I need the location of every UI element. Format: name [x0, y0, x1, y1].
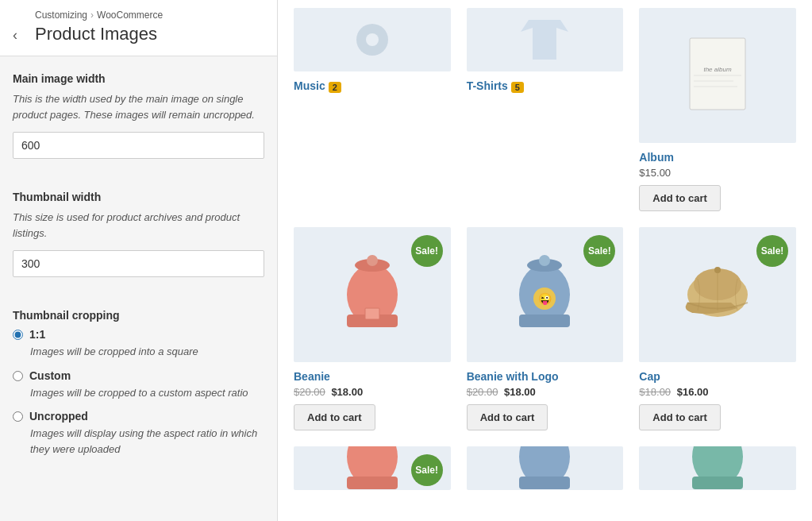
tshirts-name[interactable]: T-Shirts [467, 79, 508, 92]
crop-custom-desc: Images will be cropped to a custom aspec… [30, 385, 264, 401]
product-image-cap: Sale! [639, 227, 796, 362]
beanie-logo-sale-badge: Sale! [583, 235, 615, 267]
add-to-cart-cap-button[interactable]: Add to cart [639, 404, 721, 430]
product-image-hoodie [467, 446, 624, 490]
product-image-tshirts [467, 8, 624, 71]
thumbnail-width-desc: This size is used for product archives a… [13, 210, 264, 241]
main-image-width-label: Main image width [13, 72, 264, 85]
crop-uncropped-desc: Images will display using the aspect rat… [30, 426, 264, 457]
beanie-logo-price-new: $18.00 [504, 386, 536, 398]
tshirt2-svg [682, 446, 753, 490]
beanie-logo-name[interactable]: Beanie with Logo [467, 370, 624, 383]
cap-price-new: $16.00 [677, 386, 709, 398]
back-button[interactable]: ‹ [10, 24, 21, 47]
music-name-row: Music 2 [294, 79, 451, 95]
breadcrumb-separator: › [90, 10, 94, 21]
hoodie-svg [509, 446, 580, 490]
product-image-beanie: Sale! [294, 227, 451, 362]
page-title: Product Images [35, 24, 264, 44]
product-card-hoodie [467, 446, 624, 498]
product-card-cap: Sale! [639, 227, 796, 430]
product-image-album: the album [639, 8, 796, 143]
crop-uncropped-radio[interactable] [13, 411, 23, 422]
beanie-price-new: $18.00 [331, 386, 363, 398]
album-name[interactable]: Album [639, 151, 796, 164]
album-image-svg: the album [682, 32, 753, 119]
product-grid: Music 2 T-Shirts 5 [294, 0, 796, 498]
cap-sale-badge: Sale! [756, 235, 788, 267]
cap-price: $18.00 $16.00 [639, 386, 796, 398]
product-image-beanie-logo: Sale! 😜 [467, 227, 624, 362]
beanie-name[interactable]: Beanie [294, 370, 451, 383]
svg-point-23 [539, 255, 550, 266]
svg-rect-19 [519, 315, 570, 327]
thumbnail-cropping-section: Thumbnail cropping 1:1 Images will be cr… [13, 309, 264, 457]
beanie-svg [337, 251, 408, 338]
thumbnail-width-input[interactable] [13, 250, 264, 277]
music-count-badge: 2 [329, 82, 341, 93]
beanie-price: $20.00 $18.00 [294, 386, 451, 398]
product-card-beanie2: Sale! [294, 446, 451, 498]
thumbnail-cropping-label: Thumbnail cropping [13, 309, 264, 322]
crop-1-1-item: 1:1 [13, 328, 264, 341]
tshirts-name-row: T-Shirts 5 [467, 79, 624, 95]
breadcrumb-part2: WooCommerce [97, 10, 163, 21]
product-card-music: Music 2 [294, 8, 451, 211]
crop-custom-radio[interactable] [13, 371, 23, 381]
cap-name[interactable]: Cap [639, 370, 796, 383]
cap-price-old: $18.00 [639, 386, 671, 398]
tshirts-image-svg [513, 12, 576, 68]
product-image-beanie2: Sale! [294, 446, 451, 490]
svg-text:😜: 😜 [538, 292, 552, 306]
crop-custom-item: Custom [13, 369, 264, 382]
svg-point-16 [367, 255, 378, 266]
breadcrumb-part1: Customizing [35, 10, 87, 21]
crop-1-1-radio[interactable] [13, 330, 23, 340]
main-image-width-section: Main image width This is the width used … [13, 72, 264, 175]
main-image-width-desc: This is the width used by the main image… [13, 91, 264, 122]
crop-uncropped-label[interactable]: Uncropped [29, 410, 88, 423]
tshirts-count-badge: 5 [511, 82, 524, 93]
product-card-album: the album Album $15.00 Add to cart [639, 8, 796, 211]
product-card-beanie-logo: Sale! 😜 Beanie with Logo [467, 227, 624, 430]
beanie-logo-svg: 😜 [509, 251, 580, 338]
main-image-width-input[interactable] [13, 132, 264, 159]
main-content: Music 2 T-Shirts 5 [278, 0, 812, 521]
product-card-beanie: Sale! Beanie $20.00 [294, 227, 451, 430]
svg-rect-14 [365, 308, 379, 319]
svg-rect-31 [519, 477, 570, 489]
thumbnail-width-label: Thumbnail width [13, 191, 264, 203]
beanie-logo-price: $20.00 $18.00 [467, 386, 624, 398]
add-to-cart-album-button[interactable]: Add to cart [639, 185, 721, 211]
svg-rect-33 [692, 477, 743, 489]
crop-1-1-desc: Images will be cropped into a square [30, 344, 264, 360]
album-price-value: $15.00 [639, 167, 671, 179]
back-icon: ‹ [13, 27, 17, 43]
music-image-svg [341, 12, 404, 68]
beanie-logo-price-old: $20.00 [467, 386, 498, 398]
beanie-price-old: $20.00 [294, 386, 325, 398]
crop-1-1-label[interactable]: 1:1 [29, 328, 45, 341]
music-name[interactable]: Music [294, 79, 325, 92]
crop-uncropped-item: Uncropped [13, 410, 264, 423]
add-to-cart-beanie-logo-button[interactable]: Add to cart [467, 404, 548, 430]
beanie2-svg [337, 446, 408, 490]
beanie-sale-badge: Sale! [411, 235, 443, 267]
add-to-cart-beanie-button[interactable]: Add to cart [294, 404, 375, 430]
album-price: $15.00 [639, 167, 796, 179]
svg-point-2 [366, 33, 379, 46]
svg-rect-6 [690, 38, 745, 110]
svg-text:the album: the album [704, 66, 732, 73]
sidebar-content: Main image width This is the width used … [0, 56, 277, 482]
product-card-tshirts: T-Shirts 5 [467, 8, 624, 211]
thumbnail-width-section: Thumbnail width This size is used for pr… [13, 191, 264, 293]
breadcrumb: Customizing › WooCommerce [35, 10, 264, 21]
cropping-radio-group: 1:1 Images will be cropped into a square… [13, 328, 264, 457]
svg-rect-29 [347, 477, 398, 489]
sidebar: ‹ Customizing › WooCommerce Product Imag… [0, 0, 278, 521]
crop-custom-label[interactable]: Custom [29, 369, 71, 382]
sidebar-header: ‹ Customizing › WooCommerce Product Imag… [0, 0, 277, 56]
product-image-music [294, 8, 451, 71]
product-image-tshirt2 [639, 446, 796, 490]
cap-svg [674, 259, 761, 330]
